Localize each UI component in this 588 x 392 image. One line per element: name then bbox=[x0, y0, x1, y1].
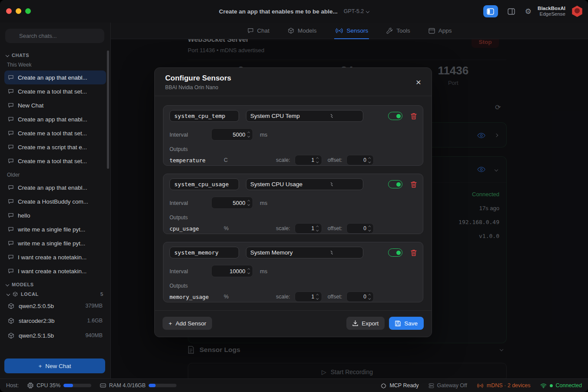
modal-footer: + Add Sensor Export Save bbox=[155, 310, 432, 337]
sidebar-scrollbar[interactable] bbox=[107, 50, 109, 169]
search-input[interactable] bbox=[5, 29, 104, 43]
scale-label: scale: bbox=[276, 225, 290, 231]
download-icon bbox=[352, 320, 358, 326]
titlebar: Create an app that enables me to be able… bbox=[0, 0, 588, 23]
stepper-icon[interactable] bbox=[369, 158, 370, 162]
stepper-icon[interactable] bbox=[248, 269, 249, 273]
offset-input[interactable]: 0 bbox=[346, 223, 374, 234]
chat-bubble-icon bbox=[8, 226, 14, 232]
model-selector[interactable]: GPT-5.2 bbox=[344, 8, 369, 14]
sidebar-chat-item[interactable]: hello bbox=[4, 208, 106, 222]
scale-input[interactable]: 1 bbox=[295, 291, 322, 302]
sidebar-chat-item[interactable]: I want create a notetakin... bbox=[4, 264, 106, 278]
models-section-header[interactable]: MODELS bbox=[6, 282, 104, 287]
tab-bar: Chat Models Sensors Tools Apps bbox=[111, 23, 588, 39]
sidebar-model-item[interactable]: starcoder2:3b 1.6GB bbox=[4, 313, 106, 328]
tab-apps[interactable]: Apps bbox=[428, 23, 453, 39]
chat-bubble-icon bbox=[8, 116, 14, 122]
sensor-enabled-toggle[interactable] bbox=[388, 180, 402, 188]
trash-icon[interactable] bbox=[411, 113, 417, 120]
stepper-icon[interactable] bbox=[369, 226, 370, 231]
interval-input[interactable]: 5000 bbox=[211, 128, 253, 141]
trash-icon[interactable] bbox=[411, 181, 417, 188]
save-button[interactable]: Save bbox=[389, 317, 424, 330]
right-sidebar-toggle-button[interactable] bbox=[504, 5, 519, 17]
chat-bubble-icon bbox=[8, 130, 14, 136]
chevron-down-icon bbox=[6, 283, 9, 286]
server-icon bbox=[429, 383, 434, 389]
stepper-icon[interactable] bbox=[316, 158, 318, 162]
settings-gear-icon[interactable]: ⚙ bbox=[525, 7, 532, 16]
sidebar-chat-item[interactable]: Create me a script that e... bbox=[4, 140, 106, 154]
interval-input[interactable]: 10000 bbox=[211, 265, 253, 277]
new-chat-button[interactable]: + New Chat bbox=[4, 358, 105, 373]
sensor-enabled-toggle[interactable] bbox=[388, 248, 402, 257]
outputs-label: Outputs bbox=[169, 214, 417, 221]
sensor-id-input[interactable]: system_cpu_usage bbox=[169, 178, 239, 190]
select-chevrons-icon bbox=[305, 115, 359, 117]
sidebar-chat-item[interactable]: Create a HostBuddy com... bbox=[4, 194, 106, 208]
chat-bubble-icon bbox=[8, 184, 14, 191]
modal-header: Configure Sensors BBAI Nvidia Orin Nano … bbox=[155, 68, 432, 96]
local-models-header[interactable]: LOCAL 5 bbox=[7, 291, 103, 297]
output-unit: % bbox=[224, 225, 250, 231]
sensor-type-select[interactable]: System CPU Temp bbox=[246, 110, 363, 122]
sensor-id-input[interactable]: system_memory bbox=[169, 247, 239, 258]
chat-list-this-week: Create an app that enabl... Create me a … bbox=[4, 70, 106, 168]
left-sidebar-toggle-button[interactable] bbox=[483, 5, 498, 17]
sidebar-chat-item[interactable]: write me a single file pyt... bbox=[4, 236, 106, 250]
add-sensor-button[interactable]: + Add Sensor bbox=[163, 317, 212, 330]
plus-icon: + bbox=[169, 320, 172, 327]
chats-section-header[interactable]: CHATS bbox=[6, 53, 104, 58]
interval-input[interactable]: 5000 bbox=[211, 197, 253, 209]
outputs-label: Outputs bbox=[169, 146, 417, 152]
ram-icon bbox=[100, 383, 106, 388]
sidebar-chat-item[interactable]: Create an app that enabl... bbox=[4, 181, 106, 194]
sidebar-chat-item[interactable]: Create an app that enabl... bbox=[4, 112, 106, 126]
scale-label: scale: bbox=[276, 157, 290, 163]
sensor-id-input[interactable]: system_cpu_temp bbox=[169, 110, 239, 122]
sidebar-chat-item[interactable]: Create an app that enabl... bbox=[4, 70, 106, 84]
sensor-type-select[interactable]: System Memory bbox=[246, 247, 363, 258]
offset-input[interactable]: 0 bbox=[346, 291, 374, 302]
close-icon[interactable]: × bbox=[416, 77, 421, 87]
sidebar-chat-item[interactable]: Create me a tool that set... bbox=[4, 84, 106, 98]
tab-models[interactable]: Models bbox=[287, 23, 318, 39]
stepper-icon[interactable] bbox=[316, 226, 318, 231]
cube-icon bbox=[8, 303, 14, 309]
offset-input[interactable]: 0 bbox=[346, 155, 374, 165]
ms-label: ms bbox=[260, 131, 267, 138]
sidebar-model-item[interactable]: qwen2.5:1.5b 940MB bbox=[4, 328, 106, 343]
sensor-type-select[interactable]: System CPU Usage bbox=[246, 178, 363, 190]
sidebar-chat-item[interactable]: Create me a tool that set... bbox=[4, 154, 106, 168]
sidebar-chat-item[interactable]: New Chat bbox=[4, 98, 106, 112]
scale-input[interactable]: 1 bbox=[295, 155, 322, 165]
chevron-down-icon bbox=[366, 10, 369, 13]
tab-chat[interactable]: Chat bbox=[246, 23, 271, 39]
sidebar-model-item[interactable]: qwen2.5:0.5b 379MB bbox=[4, 298, 106, 313]
left-panel-icon bbox=[487, 8, 494, 15]
chat-bubble-icon bbox=[8, 240, 14, 246]
sensor-card: system_memory System Memory Interval bbox=[163, 242, 423, 302]
cpu-chip-icon bbox=[27, 382, 33, 389]
stepper-icon[interactable] bbox=[369, 295, 370, 299]
sidebar-scroll-area[interactable]: CHATS This Week Create an app that enabl… bbox=[0, 49, 110, 344]
sidebar-chat-item[interactable]: Create me a tool that set... bbox=[4, 126, 106, 140]
sidebar-chat-item[interactable]: I want create a notetakin... bbox=[4, 250, 106, 264]
offset-label: offset: bbox=[328, 157, 342, 163]
interval-label: Interval bbox=[169, 268, 211, 275]
stepper-icon[interactable] bbox=[316, 295, 318, 299]
scale-input[interactable]: 1 bbox=[295, 223, 322, 234]
export-button[interactable]: Export bbox=[346, 317, 385, 330]
trash-icon[interactable] bbox=[411, 249, 417, 256]
stepper-icon[interactable] bbox=[248, 201, 249, 205]
tab-tools[interactable]: Tools bbox=[385, 23, 411, 39]
stepper-icon[interactable] bbox=[248, 132, 249, 137]
broadcast-icon bbox=[335, 28, 343, 34]
select-chevrons-icon bbox=[305, 251, 359, 254]
app-logo-icon bbox=[571, 6, 583, 17]
sensor-enabled-toggle[interactable] bbox=[388, 112, 402, 120]
sidebar-chat-item[interactable]: write me a single file pyt... bbox=[4, 222, 106, 236]
output-unit: % bbox=[224, 294, 250, 300]
tab-sensors[interactable]: Sensors bbox=[334, 23, 369, 39]
